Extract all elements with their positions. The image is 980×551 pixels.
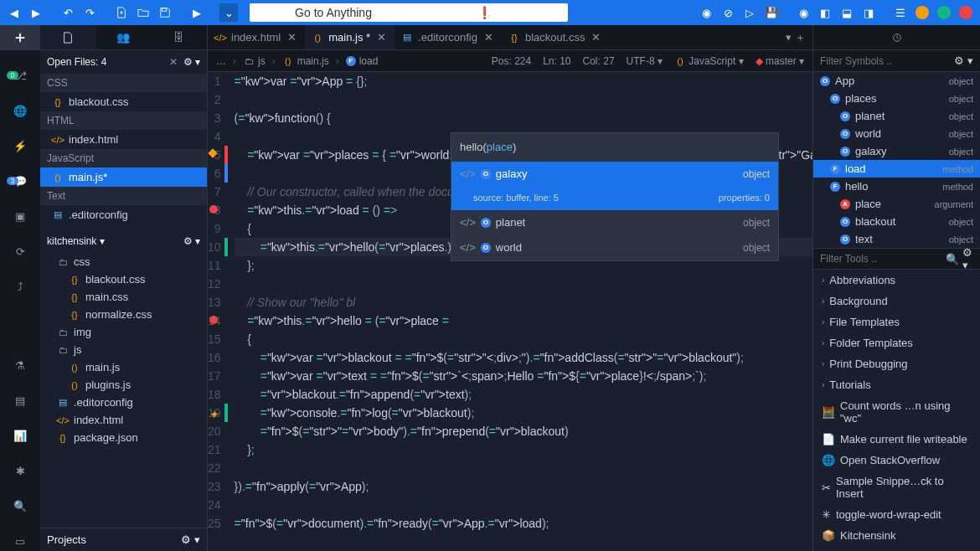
gear-icon[interactable]: ⚙ <box>183 56 193 68</box>
users-tab[interactable]: 👥 <box>95 25 151 49</box>
panel-button[interactable]: ▣ <box>10 206 30 226</box>
vcs-button[interactable]: 0⎇ <box>10 65 30 85</box>
bc-file[interactable]: ()main.js <box>282 55 329 67</box>
autocomplete-item[interactable]: </>Oworldobject <box>451 235 778 260</box>
bc-symbol[interactable]: Fload <box>346 55 379 67</box>
search-button[interactable]: 🔍 <box>10 496 30 516</box>
code-line[interactable]: ="kw">var ="vr">blackout = ="fn">$(="str… <box>235 348 812 367</box>
maximize-button[interactable] <box>937 6 951 19</box>
symbol-item[interactable]: Ogalaxyobject <box>813 142 980 160</box>
code-line[interactable]: ="kw">this.="vr">hello = (="vr">place = <box>235 312 812 330</box>
symbol-item[interactable]: Otextobject <box>813 230 980 248</box>
layout-right-button[interactable]: ◨ <box>859 3 878 22</box>
tab-blackout-css[interactable]: {}blackout.css✕ <box>502 25 610 49</box>
regex-button[interactable]: ✱ <box>10 461 30 481</box>
pause-icon[interactable]: ⊘ <box>719 3 737 22</box>
file-editorconfig[interactable]: ▤.editorconfig <box>40 205 207 224</box>
symbol-filter-input[interactable] <box>820 55 954 67</box>
breakpoint-icon[interactable] <box>209 205 218 214</box>
tree-index-html[interactable]: </>index.html <box>40 411 207 429</box>
flask-button[interactable]: ⚗ <box>10 355 30 375</box>
tree-blackout-css[interactable]: {}blackout.css <box>40 270 207 288</box>
layout-bottom-button[interactable]: ⬓ <box>838 3 856 22</box>
symbol-item[interactable]: Oworldobject <box>813 125 980 142</box>
gear-icon[interactable]: ⚙ ▾ <box>962 246 973 271</box>
gear-icon[interactable]: ⚙ <box>183 235 193 247</box>
tool-item[interactable]: 📦Kitchensink <box>813 525 980 546</box>
autocomplete-item[interactable]: </>Oplanetobject <box>451 210 778 235</box>
dropdown-button[interactable]: ⌄ <box>219 3 238 22</box>
close-icon[interactable]: ✕ <box>590 31 602 44</box>
minimize-button[interactable] <box>916 6 929 19</box>
code-line[interactable]: ="vr">blackout.="fn">append(="vr">text); <box>235 385 812 404</box>
tool-item[interactable]: ›Print Debugging <box>813 353 980 374</box>
new-file-button[interactable] <box>112 3 131 22</box>
code-line[interactable] <box>235 90 812 109</box>
close-icon[interactable]: ✕ <box>482 31 495 44</box>
code-line[interactable]: ="kw">var ="vr">App = {}; <box>235 72 812 90</box>
file-index-html[interactable]: </>index.html <box>40 130 207 149</box>
code-line[interactable]: { <box>235 330 812 348</box>
close-icon[interactable]: ✕ <box>286 31 298 44</box>
autocomplete-item[interactable]: </>Ogalaxyobject <box>451 162 778 187</box>
close-button[interactable] <box>959 6 972 19</box>
share-button[interactable]: ⤴ <box>10 276 30 296</box>
tool-item[interactable]: ›Folder Templates <box>813 332 980 353</box>
preview-button[interactable]: ◉ <box>794 3 812 22</box>
symbol-item[interactable]: Aplaceargument <box>813 195 980 213</box>
tool-item[interactable]: ✳toggle-word-wrap-edit <box>813 504 980 525</box>
code-line[interactable]: (="kw">function() { <box>235 109 812 127</box>
symbol-item[interactable]: Oplanetobject <box>813 107 980 125</box>
tree-plugins-js[interactable]: ()plugins.js <box>40 376 207 394</box>
save-button[interactable] <box>156 3 174 22</box>
menu-button[interactable]: ☰ <box>891 3 910 22</box>
code-line[interactable]: ="kw">var ="vr">text = ="fn">$(="str">`<… <box>235 367 812 385</box>
gear-icon[interactable]: ⚙ <box>181 533 191 546</box>
go-to-anything-input[interactable]: Go to Anything ❗ <box>250 3 568 22</box>
back-button[interactable]: ◀ <box>5 3 23 22</box>
language-selector[interactable]: () JavaScript ▾ <box>674 55 744 67</box>
code-line[interactable]: // Show our "hello" bl <box>235 293 812 312</box>
tools-filter-input[interactable] <box>820 253 946 265</box>
code-line[interactable]: }).="fn">apply(="vr">App); <box>235 477 812 496</box>
stats-button[interactable]: 📊 <box>10 425 30 445</box>
globe-button[interactable]: 🌐 <box>10 100 30 121</box>
symbol-item[interactable]: OAppobject <box>813 72 980 90</box>
new-tab-button[interactable]: ▾ ＋ <box>779 25 812 49</box>
save-macro-button[interactable]: 💾 <box>762 3 781 22</box>
tool-item[interactable]: ›Background <box>813 291 980 312</box>
tool-item[interactable]: ›Abbreviations <box>813 270 980 291</box>
tab-index-html[interactable]: </>index.html✕ <box>208 25 305 49</box>
file-main-js[interactable]: ()main.js* <box>40 167 207 187</box>
symbol-item[interactable]: Oblackoutobject <box>813 213 980 230</box>
tree-normalize-css[interactable]: {}normalize.css <box>40 306 207 323</box>
code-line[interactable] <box>235 275 812 293</box>
symbol-item[interactable]: Floadmethod <box>813 160 980 178</box>
tool-item[interactable]: 📄Make current file writeable <box>813 429 980 450</box>
terminal-button[interactable]: ▤ <box>10 390 30 410</box>
file-blackout-css[interactable]: {}blackout.css <box>40 92 207 111</box>
undo-button[interactable]: ↶ <box>59 3 77 22</box>
tree-main-css[interactable]: {}main.css <box>40 288 207 306</box>
branch-selector[interactable]: ◆ master ▾ <box>756 55 804 67</box>
redo-button[interactable]: ↷ <box>80 3 99 22</box>
encoding-selector[interactable]: UTF-8 ▾ <box>627 55 663 67</box>
output-button[interactable]: ▭ <box>10 531 30 551</box>
projects-header[interactable]: Projects ⚙ ▾ <box>40 528 207 551</box>
tree-main-js[interactable]: ()main.js <box>40 358 207 376</box>
tree-img-folder[interactable]: 🗀img <box>40 323 207 341</box>
code-line[interactable]: }; <box>235 440 812 459</box>
code-line[interactable]: ="kw">console.="fn">log(="vr">blackout); <box>235 404 812 422</box>
play-button[interactable]: ▶ <box>188 3 206 22</box>
bolt-button[interactable]: ⚡ <box>10 136 30 156</box>
tool-item[interactable]: 🧮Count words …n using "wc" <box>813 395 980 429</box>
add-button[interactable] <box>0 25 40 50</box>
forward-button[interactable]: ▶ <box>27 3 45 22</box>
search-icon[interactable]: 🔍 <box>946 253 959 265</box>
symbols-tab[interactable] <box>813 25 980 50</box>
layout-left-button[interactable]: ◧ <box>816 3 834 22</box>
code-line[interactable]: ="fn">$(="vr">document).="fn">ready(="vr… <box>235 514 812 533</box>
project-header[interactable]: kitchensink ▾ ⚙ ▾ <box>40 229 207 253</box>
tree-css-folder[interactable]: 🗀css <box>40 253 207 270</box>
notifications-button[interactable]: 3💬 <box>10 171 30 191</box>
